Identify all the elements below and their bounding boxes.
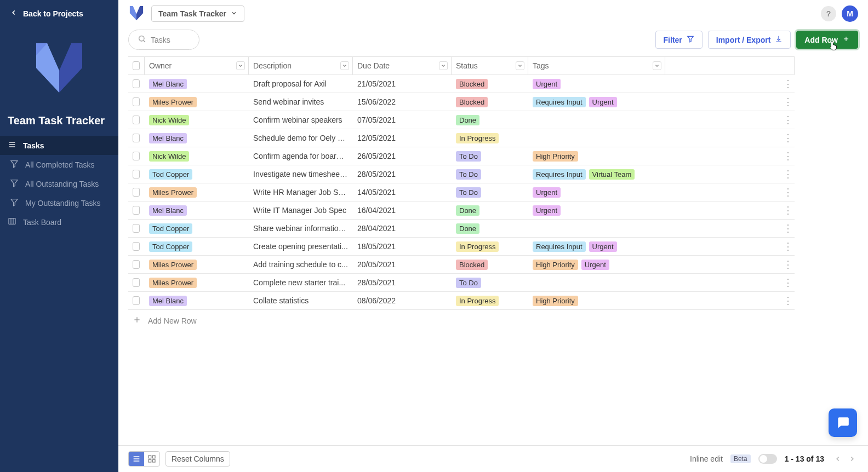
row-checkbox[interactable] — [133, 134, 140, 142]
import-export-button[interactable]: Import / Export — [708, 31, 791, 49]
filter-icon — [10, 179, 19, 189]
description-text: Create opening presentati... — [253, 242, 348, 251]
project-title: Team Task Tracker — [0, 114, 118, 136]
row-actions-button[interactable] — [781, 256, 795, 273]
column-header-status[interactable]: Status — [452, 57, 528, 74]
row-actions-button[interactable] — [781, 183, 795, 201]
svg-marker-1 — [59, 43, 82, 93]
description-text: Confirm agenda for board ... — [253, 152, 348, 160]
nav-label: All Outstanding Tasks — [25, 180, 99, 188]
beta-badge: Beta — [730, 454, 751, 463]
nav-my-outstanding-tasks[interactable]: My Outstanding Tasks — [0, 193, 118, 212]
row-checkbox[interactable] — [133, 242, 140, 251]
description-text: Investigate new timesheet... — [253, 170, 348, 179]
chevron-down-icon[interactable] — [516, 61, 524, 70]
fox-logo-icon — [128, 6, 145, 22]
project-selector[interactable]: Team Task Tracker — [151, 5, 244, 22]
chevron-down-icon[interactable] — [340, 61, 349, 70]
row-actions-button[interactable] — [781, 292, 795, 309]
row-actions-button[interactable] — [781, 147, 795, 165]
table-row[interactable]: Tod CopperShare webinar information...28… — [128, 220, 795, 238]
row-checkbox[interactable] — [133, 224, 140, 233]
due-date-text: 28/05/2021 — [357, 170, 396, 179]
chat-fab[interactable] — [829, 408, 857, 437]
row-actions-button[interactable] — [781, 238, 795, 255]
chevron-down-icon[interactable] — [236, 61, 245, 70]
column-header-owner[interactable]: Owner — [145, 57, 249, 74]
svg-rect-25 — [152, 456, 155, 458]
row-checkbox[interactable] — [133, 97, 140, 106]
reset-columns-button[interactable]: Reset Columns — [165, 451, 230, 467]
table-row[interactable]: Miles ProwerComplete new starter trai...… — [128, 274, 795, 292]
table-row[interactable]: Miles ProwerSend webinar invites15/06/20… — [128, 93, 795, 111]
chevron-down-icon[interactable] — [439, 61, 448, 70]
select-all-checkbox[interactable] — [133, 61, 140, 70]
toolbar: Tasks Filter Import / Export Add Row — [118, 27, 868, 56]
row-actions-button[interactable] — [781, 129, 795, 147]
board-icon — [8, 217, 16, 227]
table-row[interactable]: Miles ProwerAdd training schedule to c..… — [128, 256, 795, 274]
row-checkbox[interactable] — [133, 206, 140, 215]
table-row[interactable]: Mel BlancDraft proposal for Axil21/05/20… — [128, 75, 795, 93]
due-date-text: 28/04/2021 — [357, 224, 396, 233]
row-checkbox[interactable] — [133, 170, 140, 179]
grid-view-button[interactable] — [144, 452, 159, 466]
chevron-left-icon — [10, 9, 18, 18]
table-row[interactable]: Tod CopperInvestigate new timesheet...28… — [128, 165, 795, 183]
row-actions-button[interactable] — [781, 220, 795, 237]
table-row[interactable]: Tod CopperCreate opening presentati...18… — [128, 238, 795, 256]
due-date-text: 28/05/2021 — [357, 278, 396, 287]
download-icon — [775, 35, 783, 44]
list-view-button[interactable] — [129, 452, 144, 466]
add-row-button[interactable]: Add Row — [796, 31, 858, 49]
row-actions-button[interactable] — [781, 93, 795, 111]
filter-button[interactable]: Filter — [655, 31, 703, 49]
column-header-due-date[interactable]: Due Date — [353, 57, 452, 74]
table-row[interactable]: Miles ProwerWrite HR Manager Job Spec14/… — [128, 183, 795, 202]
nav-outstanding-tasks[interactable]: All Outstanding Tasks — [0, 174, 118, 193]
prev-page-button[interactable] — [832, 453, 844, 465]
column-header-description[interactable]: Description — [249, 57, 353, 74]
row-actions-button[interactable] — [781, 274, 795, 291]
row-actions-button[interactable] — [781, 165, 795, 183]
row-checkbox[interactable] — [133, 296, 140, 305]
column-header-tags[interactable]: Tags — [528, 57, 665, 74]
row-checkbox[interactable] — [133, 152, 140, 160]
row-checkbox[interactable] — [133, 116, 140, 124]
next-page-button[interactable] — [846, 453, 858, 465]
row-actions-button[interactable] — [781, 202, 795, 219]
row-actions-button[interactable] — [781, 75, 795, 93]
table-row[interactable]: Nick WildeConfirm agenda for board ...26… — [128, 147, 795, 165]
add-new-row-button[interactable]: Add New Row — [128, 310, 795, 331]
table-row[interactable]: Mel BlancSchedule demo for Oely p...12/0… — [128, 129, 795, 147]
row-checkbox[interactable] — [133, 188, 140, 197]
row-checkbox[interactable] — [133, 260, 140, 269]
table-row[interactable]: Mel BlancWrite IT Manager Job Spec16/04/… — [128, 202, 795, 220]
chevron-down-icon[interactable] — [653, 61, 661, 70]
user-avatar[interactable]: M — [842, 5, 858, 22]
row-actions-button[interactable] — [781, 111, 795, 129]
status-chip: In Progress — [456, 133, 499, 143]
help-button[interactable]: ? — [821, 6, 836, 21]
status-chip: To Do — [456, 151, 481, 162]
svg-rect-27 — [152, 459, 155, 462]
inline-edit-label: Inline edit — [690, 454, 723, 463]
col-label: Owner — [149, 61, 172, 70]
search-input[interactable]: Tasks — [128, 30, 199, 50]
back-to-projects-link[interactable]: Back to Projects — [0, 0, 118, 27]
nav-completed-tasks[interactable]: All Completed Tasks — [0, 155, 118, 174]
back-label: Back to Projects — [23, 9, 83, 18]
tag-chip: Urgent — [533, 79, 561, 89]
table-row[interactable]: Mel BlancCollate statistics08/06/2022In … — [128, 292, 795, 310]
tag-chip: Virtual Team — [589, 169, 635, 180]
row-checkbox[interactable] — [133, 79, 140, 88]
row-checkbox[interactable] — [133, 278, 140, 287]
due-date-text: 07/05/2021 — [357, 116, 396, 124]
table-row[interactable]: Nick WildeConfirm webinar speakers07/05/… — [128, 111, 795, 129]
nav-task-board[interactable]: Task Board — [0, 212, 118, 232]
main: Team Task Tracker ? M Tasks Filter — [118, 0, 868, 472]
nav-tasks[interactable]: Tasks — [0, 136, 118, 155]
owner-chip: Nick Wilde — [149, 151, 189, 162]
owner-chip: Miles Prower — [149, 260, 197, 270]
inline-edit-toggle[interactable] — [758, 454, 777, 464]
